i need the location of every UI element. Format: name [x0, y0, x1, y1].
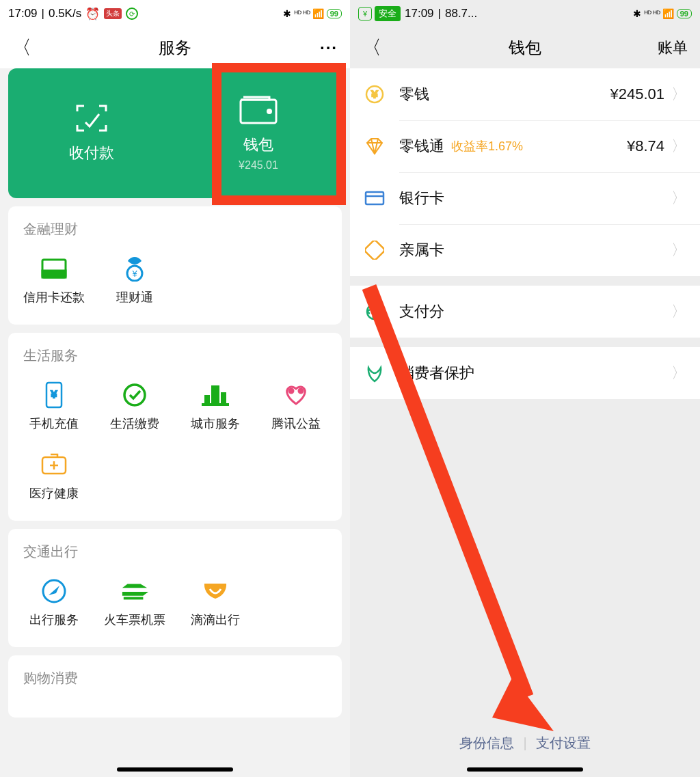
bluetooth-icon: ✱	[633, 8, 641, 19]
item-tickets[interactable]: 火车票机票	[94, 571, 175, 640]
chevron-right-icon: 〉	[671, 84, 686, 105]
navbar-services: 〈 服务 ···	[0, 27, 350, 68]
svg-rect-11	[221, 392, 226, 405]
wallet-list-1: ¥ 零钱 ¥245.01 〉 零钱通 收益率1.67% ¥8.74 〉 银行卡 …	[350, 68, 700, 276]
diamond-icon	[362, 134, 387, 159]
chevron-right-icon: 〉	[671, 188, 686, 208]
row-consumer-protect[interactable]: 消费者保护 〉	[350, 347, 700, 399]
section-title-finance: 金融理财	[14, 220, 336, 238]
phone-icon: ¥	[40, 381, 68, 409]
protect-icon	[362, 361, 387, 385]
svg-point-1	[268, 110, 271, 113]
svg-rect-12	[202, 403, 229, 406]
news-badge-icon: 头条	[104, 8, 122, 19]
wallet-icon	[239, 95, 278, 125]
signal-icon: ᴴᴰ ᴴᴰ	[644, 9, 660, 19]
svg-rect-9	[211, 385, 219, 405]
check-icon	[121, 381, 148, 409]
svg-text:¥: ¥	[51, 389, 57, 400]
item-medical[interactable]: 医疗健康	[14, 444, 94, 514]
section-life: 生活服务 ¥ 手机充值 生活缴费 城市服务 腾讯公益 医疗健康	[8, 333, 342, 521]
lqt-rate: 收益率1.67%	[451, 138, 523, 154]
chevron-right-icon: 〉	[671, 136, 686, 156]
section-finance: 金融理财 信用卡还款 ¥ 理财通	[8, 206, 342, 325]
svg-rect-17	[124, 597, 144, 600]
item-city-service[interactable]: 城市服务	[175, 374, 256, 444]
score-icon	[362, 299, 387, 324]
svg-point-23	[367, 304, 382, 319]
row-pay-score[interactable]: 支付分 〉	[350, 286, 700, 338]
safe-label: 安全	[375, 6, 401, 21]
back-button[interactable]: 〈	[362, 35, 381, 61]
wifi-icon: 📶	[662, 8, 674, 19]
bills-button[interactable]: 账单	[658, 38, 688, 58]
train-icon	[121, 577, 148, 605]
pay-receive-label: 收付款	[69, 143, 114, 163]
svg-text:¥: ¥	[131, 269, 137, 279]
status-bar-left: 17:09 | 0.5K/s ⏰ 头条 ⟳ ✱ ᴴᴰ ᴴᴰ 📶 99	[0, 0, 350, 27]
lqt-value: ¥8.74	[627, 137, 664, 155]
navbar-wallet: 〈 钱包 账单	[350, 27, 700, 68]
battery-icon: 99	[677, 9, 692, 18]
more-button[interactable]: ···	[320, 38, 338, 57]
status-bar-right: ¥ 安全 17:09 | 88.7... ✱ ᴴᴰ ᴴᴰ 📶 99	[350, 0, 700, 27]
row-change[interactable]: ¥ 零钱 ¥245.01 〉	[350, 68, 700, 120]
wifi-icon: 📶	[312, 8, 324, 19]
pay-settings-link[interactable]: 支付设置	[536, 735, 591, 750]
pay-receive-button[interactable]: 收付款	[8, 68, 175, 198]
status-time: 17:09	[8, 7, 38, 21]
section-title-transport: 交通出行	[14, 543, 336, 561]
home-indicator	[467, 767, 583, 772]
phone-services: 17:09 | 0.5K/s ⏰ 头条 ⟳ ✱ ᴴᴰ ᴴᴰ 📶 99 〈 服务 …	[0, 0, 350, 777]
heart-icon	[282, 381, 310, 409]
identity-link[interactable]: 身份信息	[459, 735, 514, 750]
chevron-right-icon: 〉	[671, 301, 686, 322]
coin-y-icon: ¥	[362, 82, 387, 107]
nav-icon	[40, 577, 68, 605]
phone-wallet: ¥ 安全 17:09 | 88.7... ✱ ᴴᴰ ᴴᴰ 📶 99 〈 钱包 账…	[350, 0, 700, 777]
section-title-life: 生活服务	[14, 346, 336, 365]
svg-rect-22	[365, 241, 384, 260]
svg-point-8	[124, 385, 145, 405]
wallet-hero-card: 收付款 钱包 ¥245.01	[8, 68, 342, 198]
wallet-list-2: 支付分 〉	[350, 286, 700, 338]
battery-icon: 99	[327, 9, 342, 18]
status-time: 17:09	[405, 7, 434, 21]
alarm-icon: ⏰	[85, 7, 100, 21]
coin-icon: ¥	[121, 255, 148, 282]
family-icon	[362, 238, 387, 262]
item-phone-topup[interactable]: ¥ 手机充值	[14, 374, 94, 444]
item-travel[interactable]: 出行服务	[14, 571, 94, 640]
status-pct: 88.7...	[445, 7, 477, 21]
scan-icon	[72, 103, 111, 133]
status-speed: 0.5K/s	[49, 7, 81, 21]
back-button[interactable]: 〈	[12, 35, 31, 61]
row-lqt[interactable]: 零钱通 收益率1.67% ¥8.74 〉	[350, 120, 700, 172]
item-licaitong[interactable]: ¥ 理财通	[94, 248, 175, 318]
svg-point-14	[299, 389, 303, 393]
svg-rect-3	[42, 271, 66, 277]
change-value: ¥245.01	[610, 85, 664, 103]
item-life-pay[interactable]: 生活缴费	[94, 374, 175, 444]
svg-rect-20	[366, 192, 383, 204]
item-charity[interactable]: 腾讯公益	[256, 374, 336, 444]
didi-icon	[202, 577, 229, 605]
item-didi[interactable]: 滴滴出行	[175, 571, 256, 640]
bluetooth-icon: ✱	[283, 8, 291, 19]
wallet-button[interactable]: 钱包 ¥245.01	[175, 68, 342, 198]
wallet-label: 钱包	[243, 135, 273, 155]
med-icon	[40, 451, 68, 478]
city-icon	[202, 381, 229, 409]
card-icon	[40, 255, 68, 282]
section-shopping: 购物消费	[8, 655, 342, 718]
row-bankcard[interactable]: 银行卡 〉	[350, 172, 700, 224]
chevron-right-icon: 〉	[671, 240, 686, 260]
chevron-right-icon: 〉	[671, 363, 686, 383]
item-credit-repay[interactable]: 信用卡还款	[14, 248, 94, 318]
row-family-card[interactable]: 亲属卡 〉	[350, 224, 700, 276]
page-title: 服务	[0, 37, 350, 59]
bottom-links: 身份信息 | 支付设置	[350, 734, 700, 752]
svg-rect-10	[204, 395, 210, 405]
svg-point-13	[289, 389, 293, 393]
home-indicator	[117, 767, 233, 772]
